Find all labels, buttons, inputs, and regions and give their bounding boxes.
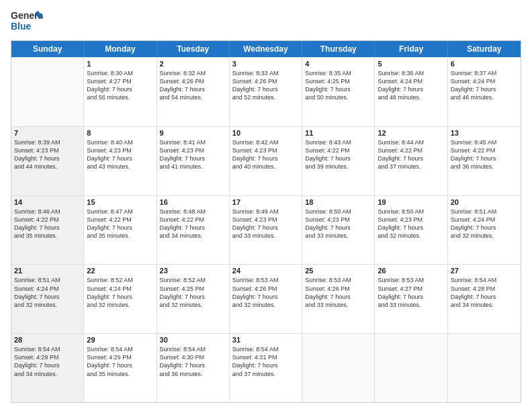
calendar-cell: 26Sunrise: 8:53 AMSunset: 4:27 PMDayligh… — [375, 265, 447, 333]
day-number: 12 — [378, 129, 444, 137]
calendar-cell — [448, 334, 521, 402]
cell-info-line: Sunrise: 8:51 AM — [451, 208, 518, 216]
calendar-cell: 19Sunrise: 8:50 AMSunset: 4:23 PMDayligh… — [375, 196, 447, 265]
cell-info-line: Daylight: 7 hours — [451, 85, 518, 93]
cell-info-line: Sunset: 4:23 PM — [378, 216, 444, 224]
calendar-cell: 27Sunrise: 8:54 AMSunset: 4:28 PMDayligh… — [448, 265, 521, 333]
cell-info-line: and 46 minutes. — [451, 93, 518, 101]
calendar-cell: 10Sunrise: 8:42 AMSunset: 4:23 PMDayligh… — [230, 127, 302, 195]
cell-info-line: Sunrise: 8:36 AM — [378, 69, 444, 77]
calendar-cell — [375, 334, 447, 402]
cell-info-line: Sunrise: 8:49 AM — [232, 208, 299, 216]
cell-info-line: Sunset: 4:23 PM — [305, 216, 371, 224]
cell-info-line: Sunset: 4:23 PM — [87, 146, 153, 154]
cell-info-line: and 32 minutes. — [232, 301, 299, 309]
cell-info-line: and 39 minutes. — [305, 163, 371, 171]
day-number: 20 — [451, 198, 518, 206]
cell-info-line: Sunset: 4:26 PM — [160, 77, 226, 85]
cell-info-line: Sunset: 4:31 PM — [232, 353, 299, 361]
cell-info-line: Daylight: 7 hours — [232, 293, 299, 301]
cell-info-line: Sunset: 4:22 PM — [87, 216, 153, 224]
cell-info-line: and 41 minutes. — [160, 163, 226, 171]
cell-info-line: Sunrise: 8:39 AM — [14, 138, 81, 146]
weekday-header: Sunday — [11, 41, 84, 57]
weekday-header: Saturday — [448, 41, 521, 57]
cell-info-line: Daylight: 7 hours — [305, 293, 371, 301]
cell-info-line: Daylight: 7 hours — [160, 85, 226, 93]
cell-info-line: and 34 minutes. — [451, 301, 518, 309]
calendar-cell: 9Sunrise: 8:41 AMSunset: 4:23 PMDaylight… — [157, 127, 230, 195]
calendar-cell: 11Sunrise: 8:43 AMSunset: 4:22 PMDayligh… — [302, 127, 375, 195]
cell-info-line: Daylight: 7 hours — [232, 224, 299, 232]
cell-info-line: Daylight: 7 hours — [232, 154, 299, 163]
calendar-cell: 1Sunrise: 8:30 AMSunset: 4:27 PMDaylight… — [84, 58, 157, 126]
cell-info-line: Sunset: 4:24 PM — [451, 77, 518, 85]
cell-info-line: Sunrise: 8:53 AM — [305, 276, 371, 284]
cell-info-line: Sunset: 4:23 PM — [14, 146, 81, 154]
cell-info-line: Sunset: 4:26 PM — [305, 285, 371, 293]
cell-info-line: Sunset: 4:24 PM — [87, 285, 153, 293]
cell-info-line: Daylight: 7 hours — [305, 154, 371, 163]
cell-info-line: Sunset: 4:22 PM — [378, 146, 444, 154]
calendar-cell: 29Sunrise: 8:54 AMSunset: 4:29 PMDayligh… — [84, 334, 157, 402]
cell-info-line: and 32 minutes. — [378, 232, 444, 240]
calendar-cell: 4Sunrise: 8:35 AMSunset: 4:25 PMDaylight… — [302, 58, 375, 126]
cell-info-line: and 35 minutes. — [14, 232, 81, 240]
cell-info-line: Daylight: 7 hours — [378, 154, 444, 163]
cell-info-line: Sunset: 4:28 PM — [451, 285, 518, 293]
calendar-cell — [11, 58, 84, 126]
weekday-header: Tuesday — [157, 41, 230, 57]
cell-info-line: Sunrise: 8:52 AM — [160, 276, 226, 284]
cell-info-line: Sunset: 4:23 PM — [232, 216, 299, 224]
cell-info-line: Sunset: 4:25 PM — [305, 77, 371, 85]
calendar-cell: 16Sunrise: 8:48 AMSunset: 4:22 PMDayligh… — [157, 196, 230, 265]
weekday-header: Friday — [375, 41, 447, 57]
cell-info-line: Daylight: 7 hours — [87, 361, 153, 369]
cell-info-line: Daylight: 7 hours — [305, 85, 371, 93]
cell-info-line: Sunset: 4:22 PM — [305, 146, 371, 154]
calendar-row: 28Sunrise: 8:54 AMSunset: 4:29 PMDayligh… — [11, 333, 521, 402]
calendar-cell: 14Sunrise: 8:46 AMSunset: 4:22 PMDayligh… — [11, 196, 84, 265]
cell-info-line: Sunrise: 8:46 AM — [14, 208, 81, 216]
cell-info-line: Sunrise: 8:50 AM — [378, 208, 444, 216]
cell-info-line: Sunrise: 8:42 AM — [232, 138, 299, 146]
cell-info-line: Sunrise: 8:52 AM — [87, 276, 153, 284]
cell-info-line: and 54 minutes. — [160, 93, 226, 101]
day-number: 22 — [87, 267, 153, 275]
cell-info-line: Sunset: 4:23 PM — [232, 146, 299, 154]
cell-info-line: Sunset: 4:26 PM — [232, 77, 299, 85]
cell-info-line: and 36 minutes. — [160, 370, 226, 378]
cell-info-line: Sunset: 4:23 PM — [160, 146, 226, 154]
cell-info-line: and 34 minutes. — [160, 232, 226, 240]
weekday-header: Wednesday — [230, 41, 302, 57]
cell-info-line: Sunset: 4:30 PM — [160, 353, 226, 361]
cell-info-line: and 37 minutes. — [232, 370, 299, 378]
cell-info-line: Daylight: 7 hours — [87, 224, 153, 232]
cell-info-line: Daylight: 7 hours — [451, 154, 518, 163]
day-number: 21 — [14, 267, 81, 275]
header: General Blue — [11, 8, 521, 35]
cell-info-line: Sunrise: 8:37 AM — [451, 69, 518, 77]
cell-info-line: Daylight: 7 hours — [305, 224, 371, 232]
cell-info-line: and 43 minutes. — [87, 163, 153, 171]
calendar-cell: 25Sunrise: 8:53 AMSunset: 4:26 PMDayligh… — [302, 265, 375, 333]
calendar-cell: 6Sunrise: 8:37 AMSunset: 4:24 PMDaylight… — [448, 58, 521, 126]
day-number: 10 — [232, 129, 299, 137]
cell-info-line: Sunrise: 8:48 AM — [160, 208, 226, 216]
calendar-cell: 2Sunrise: 8:32 AMSunset: 4:26 PMDaylight… — [157, 58, 230, 126]
cell-info-line: Daylight: 7 hours — [378, 85, 444, 93]
cell-info-line: Daylight: 7 hours — [14, 293, 81, 301]
cell-info-line: Daylight: 7 hours — [87, 293, 153, 301]
day-number: 2 — [160, 60, 226, 68]
calendar-cell: 8Sunrise: 8:40 AMSunset: 4:23 PMDaylight… — [84, 127, 157, 195]
day-number: 16 — [160, 198, 226, 206]
cell-info-line: Sunrise: 8:30 AM — [87, 69, 153, 77]
cell-info-line: Sunrise: 8:54 AM — [160, 345, 226, 353]
cell-info-line: Sunrise: 8:54 AM — [232, 345, 299, 353]
cell-info-line: and 33 minutes. — [305, 301, 371, 309]
calendar-cell — [302, 334, 375, 402]
cell-info-line: Daylight: 7 hours — [451, 224, 518, 232]
cell-info-line: and 40 minutes. — [232, 163, 299, 171]
page: General Blue SundayMondayTuesdayWednesda… — [0, 0, 532, 411]
cell-info-line: and 32 minutes. — [160, 301, 226, 309]
